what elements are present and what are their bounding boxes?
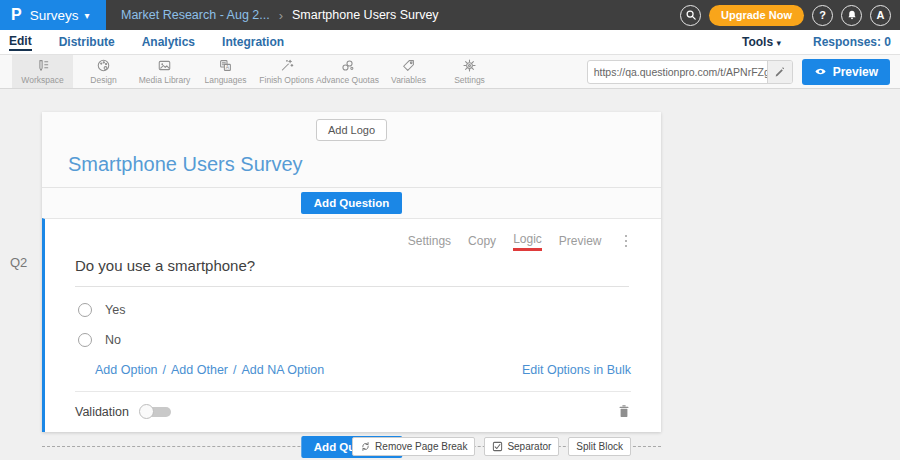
pencil-icon [774, 66, 785, 77]
toolbar-item-label: Settings [454, 75, 485, 85]
add-question-button-top[interactable]: Add Question [301, 192, 402, 214]
edit-options-in-bulk-link[interactable]: Edit Options in Bulk [522, 363, 631, 377]
question-preview-button[interactable]: Preview [559, 234, 602, 248]
search-button[interactable] [680, 5, 701, 26]
split-block-label: Split Block [576, 441, 623, 452]
validation-toggle[interactable] [139, 404, 172, 419]
design-palette-icon [96, 58, 111, 73]
tab-analytics[interactable]: Analytics [142, 35, 195, 50]
top-bar: P Surveys ▾ Market Research - Aug 2... ›… [0, 0, 900, 30]
magic-wand-icon [279, 58, 294, 73]
link-separator: / [233, 363, 236, 377]
breadcrumb-folder[interactable]: Market Research - Aug 2... [121, 8, 270, 22]
notifications-button[interactable] [841, 5, 862, 26]
kebab-menu-icon[interactable] [621, 233, 632, 250]
breadcrumb-current: Smartphone Users Survey [292, 8, 439, 22]
page-break-controls: Remove Page Break Separator Split Block [352, 437, 631, 456]
link-separator: / [163, 363, 166, 377]
checkbox-checked-icon [492, 441, 503, 452]
question-mark-icon: ? [819, 9, 826, 21]
option-label-no[interactable]: No [105, 333, 121, 347]
validation-label: Validation [75, 405, 129, 419]
page-break-row: Add Question Remove Page Break Separator [42, 436, 661, 458]
toolbar-item-media-library[interactable]: Media Library [134, 55, 195, 88]
split-block-button[interactable]: Split Block [568, 437, 631, 456]
media-library-icon [157, 58, 172, 73]
radio-button[interactable] [78, 333, 92, 347]
toolbar-item-advance-quotas[interactable]: Advance Quotas [317, 55, 378, 88]
question-copy-button[interactable]: Copy [468, 234, 496, 248]
survey-title[interactable]: Smartphone Users Survey [42, 141, 661, 187]
survey-card: Add Logo Smartphone Users Survey Add Que… [42, 112, 661, 432]
survey-url-value[interactable]: https://qa.questionpro.com/t/APNrFZgQ [588, 66, 767, 78]
toolbar-item-label: Advance Quotas [316, 75, 379, 85]
answer-option-row: No [75, 333, 631, 347]
toolbar-right: https://qa.questionpro.com/t/APNrFZgQ Pr… [587, 55, 900, 88]
trash-icon [617, 404, 631, 419]
option-label-yes[interactable]: Yes [105, 303, 125, 317]
question-logic-button[interactable]: Logic [513, 232, 542, 251]
edit-url-button[interactable] [767, 61, 792, 83]
gear-icon [462, 58, 477, 73]
account-avatar[interactable]: A [870, 5, 891, 26]
tag-icon [401, 58, 416, 73]
tools-label: Tools [742, 35, 773, 49]
nav-right: Tools ▾ Responses: 0 [742, 35, 891, 49]
delete-question-button[interactable] [617, 404, 631, 419]
toolbar-item-settings[interactable]: Settings [439, 55, 500, 88]
eye-icon [814, 66, 827, 77]
question-toolbar: Settings Copy Logic Preview [75, 233, 631, 249]
radio-button[interactable] [78, 303, 92, 317]
product-menu[interactable]: P Surveys ▾ [0, 0, 106, 30]
toolbar-item-finish-options[interactable]: Finish Options [256, 55, 317, 88]
upgrade-now-button[interactable]: Upgrade Now [709, 5, 804, 26]
quota-links-icon [340, 58, 355, 73]
toolbar-item-label: Variables [391, 75, 426, 85]
survey-url-box: https://qa.questionpro.com/t/APNrFZgQ [587, 60, 793, 84]
separator-label: Separator [507, 441, 551, 452]
main-nav: Edit Distribute Analytics Integration To… [0, 30, 900, 55]
toolbar-item-workspace[interactable]: Workspace [12, 55, 73, 88]
question-text[interactable]: Do you use a smartphone? [75, 257, 631, 274]
chevron-down-icon: ▾ [776, 38, 781, 48]
chevron-down-icon: ▾ [84, 10, 89, 21]
preview-button[interactable]: Preview [802, 59, 890, 85]
question-settings-button[interactable]: Settings [408, 234, 451, 248]
help-button[interactable]: ? [812, 5, 833, 26]
toolbar-item-variables[interactable]: Variables [378, 55, 439, 88]
languages-icon: A [218, 58, 233, 73]
questionpro-logo: P [11, 6, 22, 25]
add-na-option-link[interactable]: Add NA Option [242, 363, 325, 377]
product-menu-label: Surveys [30, 8, 79, 23]
tab-integration[interactable]: Integration [222, 35, 284, 50]
preview-label: Preview [833, 65, 878, 79]
responses-count[interactable]: Responses: 0 [813, 35, 891, 49]
toolbar-item-label: Design [90, 75, 116, 85]
toolbar-item-label: Media Library [139, 75, 191, 85]
avatar-initial: A [877, 9, 885, 21]
tab-distribute[interactable]: Distribute [59, 35, 115, 50]
breadcrumb-separator: › [279, 8, 283, 23]
search-icon [685, 9, 697, 21]
option-links-row: Add Option / Add Other / Add NA Option E… [75, 363, 631, 377]
remove-page-break-label: Remove Page Break [375, 441, 467, 452]
separator-button[interactable]: Separator [484, 437, 559, 456]
survey-editor-canvas: Add Logo Smartphone Users Survey Add Que… [0, 89, 900, 460]
remove-page-break-button[interactable]: Remove Page Break [352, 437, 475, 456]
questionpro-app: P Surveys ▾ Market Research - Aug 2... ›… [0, 0, 900, 460]
toolbar-item-languages[interactable]: A Languages [195, 55, 256, 88]
toolbar-item-label: Languages [204, 75, 246, 85]
question-text-underline [75, 286, 629, 287]
breadcrumb: Market Research - Aug 2... › Smartphone … [121, 8, 439, 23]
toolbar-item-label: Finish Options [259, 75, 313, 85]
add-option-link[interactable]: Add Option [95, 363, 158, 377]
add-other-link[interactable]: Add Other [171, 363, 228, 377]
bell-icon [846, 9, 858, 21]
toolbar-item-design[interactable]: Design [73, 55, 134, 88]
toolbar-item-label: Workspace [21, 75, 63, 85]
add-logo-button[interactable]: Add Logo [316, 119, 387, 141]
tools-menu[interactable]: Tools ▾ [742, 35, 781, 49]
workspace-icon [35, 58, 50, 73]
tab-edit[interactable]: Edit [9, 34, 32, 51]
top-bar-actions: Upgrade Now ? A [680, 5, 900, 26]
